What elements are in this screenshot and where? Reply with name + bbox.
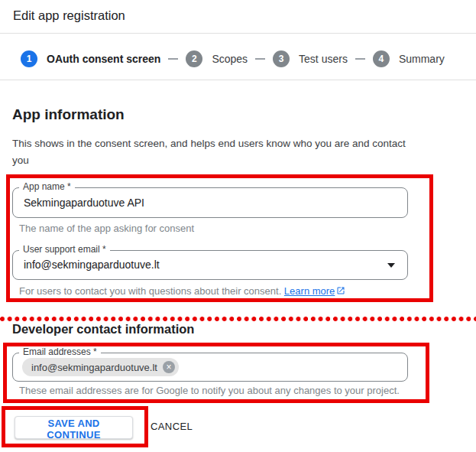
page-title: Edit app registration xyxy=(13,8,125,23)
user-support-email-label: User support email * xyxy=(19,244,110,255)
email-addresses-label: Email addresses * xyxy=(19,346,101,358)
step-test-users[interactable]: 3 Test users xyxy=(273,50,348,67)
red-dotted-separator-annotation xyxy=(0,316,476,322)
step-separator xyxy=(355,58,365,60)
remove-circle-icon[interactable]: × xyxy=(163,361,175,373)
header-divider xyxy=(0,33,476,34)
edit-app-registration-page: Edit app registration 1 OAuth consent sc… xyxy=(0,0,476,452)
step-4-label: Summary xyxy=(399,53,445,65)
app-name-field: App name * xyxy=(12,187,408,218)
learn-more-link[interactable]: Learn more xyxy=(284,285,335,297)
email-chip: info@sekmingaparduotuve.lt × xyxy=(22,358,179,376)
cancel-button[interactable]: CANCEL xyxy=(151,421,193,432)
save-and-continue-button[interactable]: SAVE AND CONTINUE xyxy=(15,416,133,439)
step-oauth-consent-screen[interactable]: 1 OAuth consent screen xyxy=(21,50,160,67)
app-information-heading: App information xyxy=(12,106,125,123)
step-3-circle-icon: 3 xyxy=(273,50,290,67)
app-name-helper: The name of the app asking for consent xyxy=(19,223,194,234)
step-2-circle-icon: 2 xyxy=(186,50,202,67)
email-addresses-field[interactable]: Email addresses * info@sekmingaparduotuv… xyxy=(12,353,408,382)
email-addresses-helper: These email addresses are for Google to … xyxy=(19,385,400,396)
step-summary[interactable]: 4 Summary xyxy=(373,50,445,67)
step-1-label: OAuth consent screen xyxy=(47,53,160,65)
step-separator xyxy=(168,58,178,60)
user-support-email-helper-text: For users to contact you with questions … xyxy=(19,285,284,297)
step-3-label: Test users xyxy=(299,53,348,65)
app-information-description: This shows in the consent screen, and he… xyxy=(12,135,413,169)
step-4-circle-icon: 4 xyxy=(373,50,390,67)
email-chip-text: info@sekmingaparduotuve.lt xyxy=(31,362,157,373)
caret-down-icon[interactable] xyxy=(387,263,395,268)
wizard-stepper: 1 OAuth consent screen 2 Scopes 3 Test u… xyxy=(21,50,445,67)
developer-contact-heading: Developer contact information xyxy=(12,322,194,337)
step-2-label: Scopes xyxy=(212,53,248,65)
user-support-email-helper: For users to contact you with questions … xyxy=(19,285,345,297)
open-in-new-icon xyxy=(336,286,345,295)
step-1-circle-icon: 1 xyxy=(21,50,37,67)
step-scopes[interactable]: 2 Scopes xyxy=(186,50,248,67)
app-name-label: App name * xyxy=(19,181,75,193)
user-support-email-field[interactable]: User support email * info@sekmingaparduo… xyxy=(12,250,408,280)
step-separator xyxy=(255,58,265,60)
stepper-divider xyxy=(0,80,476,80)
